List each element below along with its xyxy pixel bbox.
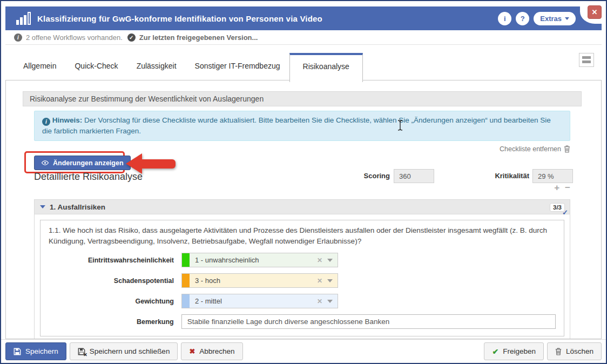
color-indicator-bar	[182, 253, 190, 267]
field-label: Schadenspotential	[49, 277, 174, 285]
scoring-label: Scoring	[309, 172, 390, 180]
color-indicator-bar	[182, 294, 190, 308]
question-text: 1.1. Wie hoch ist das Risiko, dass ausge…	[49, 225, 556, 247]
save-label: Speichern	[25, 347, 58, 355]
chevron-down-icon[interactable]	[327, 300, 333, 303]
hint-info-icon: i	[42, 118, 50, 126]
section-header: Risikoanalyse zur Bestimmung der Wesentl…	[23, 91, 582, 106]
kritikalitaet-label: Kritikalität	[448, 172, 529, 180]
gewichtung-select[interactable]: 2 - mittel ✕	[181, 294, 338, 308]
risikoanalyse-tab-panel: Risikoanalyse zur Bestimmung der Wesentl…	[5, 80, 602, 339]
tab-allgemein[interactable]: Allgemein	[14, 53, 65, 79]
hint-text: Der Vorschlag für diese Checkliste wurde…	[42, 116, 551, 135]
list-view-toggle-icon[interactable]	[579, 53, 594, 67]
group-body: 1.1. Wie hoch ist das Risiko, dass ausge…	[34, 214, 570, 339]
selected-value: 1 - unwahrscheinlich	[190, 256, 317, 264]
info-circle-icon: i	[14, 33, 22, 42]
save-button[interactable]: Speichern	[5, 342, 66, 360]
show-changes-button[interactable]: Änderungen anzeigen	[34, 156, 131, 170]
clear-selection-icon[interactable]: ✕	[317, 298, 322, 305]
schadenspotential-select[interactable]: 3 - hoch ✕	[181, 273, 338, 288]
info-button[interactable]: i	[498, 12, 511, 25]
save-and-close-label: Speichern und schließen	[90, 347, 170, 355]
group-title: 1. Ausfallrisiken	[50, 203, 105, 211]
help-button[interactable]: ?	[516, 12, 529, 25]
clear-selection-icon[interactable]: ✕	[317, 277, 322, 285]
hint-label: Hinweis:	[52, 116, 83, 124]
cancel-x-icon: ✖	[189, 347, 195, 355]
detail-heading: Detaillierte Risikoanalyse	[34, 171, 143, 183]
scoring-value-field	[394, 169, 434, 183]
question-panel: 1.1. Wie hoch ist das Risiko, dass ausge…	[40, 220, 564, 336]
collapse-all-icon[interactable]: −	[565, 184, 570, 192]
eintrittswahrscheinlichkeit-select[interactable]: 1 - unwahrscheinlich ✕	[181, 253, 338, 267]
release-label: Freigeben	[503, 347, 536, 355]
form-row-eintrittswahrscheinlichkeit: Eintrittswahrscheinlichkeit 1 - unwahrsc…	[49, 253, 556, 267]
close-button[interactable]: ✕	[588, 5, 602, 19]
dialog-titlebar: Klassifizierung für GwG-konforme Identif…	[5, 6, 602, 30]
delete-button[interactable]: Löschen	[547, 342, 602, 360]
form-row-bemerkung: Bemerkung	[49, 314, 556, 329]
tab-bar: Allgemein Quick-Check Zulässigkeit Sonst…	[14, 53, 363, 82]
tab-zulaessigkeit[interactable]: Zulässigkeit	[127, 53, 186, 79]
tab-quick-check[interactable]: Quick-Check	[65, 53, 127, 79]
field-label: Bemerkung	[49, 318, 174, 326]
bar-chart-icon	[16, 12, 31, 25]
bemerkung-input[interactable]	[181, 314, 556, 329]
save-and-close-button[interactable]: ✕ Speichern und schließen	[70, 342, 178, 360]
kritikalitaet-value-field	[532, 169, 573, 183]
field-label: Gewichtung	[49, 298, 174, 305]
action-area: Änderungen anzeigen Detaillierte Risikoa…	[34, 154, 570, 196]
hint-alert: i Hinweis: Der Vorschlag für diese Check…	[34, 111, 570, 141]
trash-icon	[555, 348, 562, 355]
cancel-label: Abbrechen	[199, 347, 234, 355]
cancel-button[interactable]: ✖ Abbrechen	[181, 342, 242, 360]
chevron-down-icon[interactable]	[327, 279, 333, 282]
chevron-down-icon[interactable]	[327, 259, 333, 262]
workflows-text: 2 offene Workflows vorhanden.	[26, 33, 123, 42]
collapse-caret-icon	[40, 205, 45, 208]
progress-check-icon: ✓	[562, 208, 568, 217]
last-released-version-link[interactable]: Zur letzten freigegebenen Version...	[139, 33, 258, 42]
remove-checklist-link[interactable]: Checkliste entfernen	[500, 145, 561, 153]
delete-label: Löschen	[566, 347, 593, 355]
risk-group-ausfallrisiken: 1. Ausfallrisiken 3/3 ✓ 1.1. Wie hoch is…	[34, 199, 570, 339]
eye-icon	[41, 160, 49, 166]
dialog-title: Klassifizierung für GwG-konforme Identif…	[37, 14, 322, 23]
expand-all-icon[interactable]: +	[554, 184, 559, 192]
form-row-schadenspotential: Schadenspotential 3 - hoch ✕	[49, 273, 556, 288]
group-header[interactable]: 1. Ausfallrisiken 3/3 ✓	[34, 199, 570, 214]
show-changes-label: Änderungen anzeigen	[53, 159, 124, 167]
selected-value: 3 - hoch	[190, 277, 317, 285]
check-circle-icon: ✓	[127, 33, 136, 42]
tab-sonstiger-it-fremdbezug[interactable]: Sonstiger IT-Fremdbezug	[186, 53, 289, 79]
selected-value: 2 - mittel	[190, 297, 317, 305]
dialog-window: Klassifizierung für GwG-konforme Identif…	[0, 0, 607, 364]
release-button[interactable]: ✔ Freigeben	[484, 342, 544, 360]
chevron-down-icon	[565, 17, 569, 20]
color-indicator-bar	[182, 274, 190, 287]
field-label: Eintrittswahrscheinlichkeit	[49, 257, 174, 264]
extras-button[interactable]: Extras	[534, 12, 576, 25]
floppy-icon	[14, 348, 21, 355]
tab-risikoanalyse[interactable]: Risikoanalyse	[289, 53, 363, 82]
check-icon: ✔	[492, 347, 498, 356]
footer-toolbar: Speichern ✕ Speichern und schließen ✖ Ab…	[1, 339, 606, 363]
form-row-gewichtung: Gewichtung 2 - mittel ✕	[49, 294, 556, 308]
clear-selection-icon[interactable]: ✕	[317, 257, 322, 264]
trash-icon[interactable]	[564, 145, 570, 153]
extras-label: Extras	[540, 15, 562, 23]
status-infobar: i 2 offene Workflows vorhanden. ✓ Zur le…	[5, 30, 602, 45]
